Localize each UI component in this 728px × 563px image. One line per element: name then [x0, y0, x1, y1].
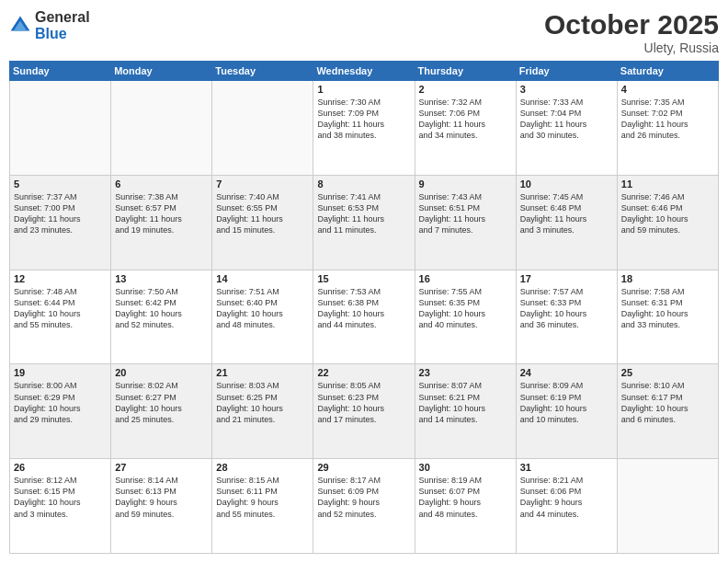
day-cell: 15Sunrise: 7:53 AM Sunset: 6:38 PM Dayli… [313, 270, 415, 364]
day-cell: 9Sunrise: 7:43 AM Sunset: 6:51 PM Daylig… [415, 175, 516, 270]
day-number: 1 [317, 84, 410, 95]
day-cell: 28Sunrise: 8:15 AM Sunset: 6:11 PM Dayli… [212, 459, 313, 554]
day-cell [10, 81, 111, 176]
calendar-header-row: Sunday Monday Tuesday Wednesday Thursday… [10, 62, 719, 81]
day-info: Sunrise: 8:00 AM Sunset: 6:29 PM Dayligh… [14, 380, 107, 425]
day-cell: 13Sunrise: 7:50 AM Sunset: 6:42 PM Dayli… [111, 270, 212, 364]
day-cell: 5Sunrise: 7:37 AM Sunset: 7:00 PM Daylig… [10, 175, 111, 270]
day-info: Sunrise: 7:41 AM Sunset: 6:53 PM Dayligh… [317, 191, 410, 236]
day-cell [212, 81, 313, 176]
day-number: 15 [317, 273, 410, 284]
logo-icon [9, 15, 31, 37]
day-info: Sunrise: 8:10 AM Sunset: 6:17 PM Dayligh… [621, 380, 714, 425]
day-number: 29 [317, 462, 410, 473]
day-cell: 6Sunrise: 7:38 AM Sunset: 6:57 PM Daylig… [111, 175, 212, 270]
day-cell: 11Sunrise: 7:46 AM Sunset: 6:46 PM Dayli… [617, 175, 718, 270]
day-info: Sunrise: 7:35 AM Sunset: 7:02 PM Dayligh… [621, 97, 714, 142]
day-cell: 27Sunrise: 8:14 AM Sunset: 6:13 PM Dayli… [111, 459, 212, 554]
day-number: 5 [14, 178, 107, 190]
day-cell: 10Sunrise: 7:45 AM Sunset: 6:48 PM Dayli… [516, 175, 617, 270]
location: Ulety, Russia [544, 40, 719, 55]
day-info: Sunrise: 7:37 AM Sunset: 7:00 PM Dayligh… [14, 191, 107, 236]
day-cell: 18Sunrise: 7:58 AM Sunset: 6:31 PM Dayli… [617, 270, 718, 364]
day-number: 17 [520, 273, 613, 284]
day-cell: 16Sunrise: 7:55 AM Sunset: 6:35 PM Dayli… [415, 270, 516, 364]
day-info: Sunrise: 8:19 AM Sunset: 6:07 PM Dayligh… [419, 475, 512, 520]
day-info: Sunrise: 7:51 AM Sunset: 6:40 PM Dayligh… [216, 286, 309, 331]
day-number: 19 [14, 367, 107, 378]
logo-general-text: General [35, 9, 90, 26]
day-info: Sunrise: 8:02 AM Sunset: 6:27 PM Dayligh… [115, 380, 208, 425]
day-cell: 19Sunrise: 8:00 AM Sunset: 6:29 PM Dayli… [10, 364, 111, 459]
logo-text: General Blue [35, 9, 90, 41]
day-number: 6 [115, 178, 208, 190]
day-info: Sunrise: 8:17 AM Sunset: 6:09 PM Dayligh… [317, 475, 410, 520]
day-info: Sunrise: 7:57 AM Sunset: 6:33 PM Dayligh… [520, 286, 613, 331]
day-info: Sunrise: 7:55 AM Sunset: 6:35 PM Dayligh… [419, 286, 512, 331]
day-number: 20 [115, 367, 208, 378]
col-monday: Monday [111, 62, 212, 81]
day-number: 9 [419, 178, 512, 190]
header: General Blue October 2025 Ulety, Russia [9, 9, 719, 55]
day-cell: 21Sunrise: 8:03 AM Sunset: 6:25 PM Dayli… [212, 364, 313, 459]
week-row-2: 5Sunrise: 7:37 AM Sunset: 7:00 PM Daylig… [10, 175, 719, 270]
day-number: 8 [317, 178, 410, 190]
col-sunday: Sunday [10, 62, 111, 81]
day-cell: 25Sunrise: 8:10 AM Sunset: 6:17 PM Dayli… [617, 364, 718, 459]
week-row-3: 12Sunrise: 7:48 AM Sunset: 6:44 PM Dayli… [10, 270, 719, 364]
day-number: 3 [520, 84, 613, 95]
page: General Blue October 2025 Ulety, Russia … [0, 0, 728, 563]
day-info: Sunrise: 8:21 AM Sunset: 6:06 PM Dayligh… [520, 475, 613, 520]
day-number: 25 [621, 367, 714, 378]
month-title: October 2025 [544, 9, 719, 40]
day-info: Sunrise: 8:07 AM Sunset: 6:21 PM Dayligh… [419, 380, 512, 425]
day-cell: 1Sunrise: 7:30 AM Sunset: 7:09 PM Daylig… [313, 81, 415, 176]
week-row-4: 19Sunrise: 8:00 AM Sunset: 6:29 PM Dayli… [10, 364, 719, 459]
day-cell: 2Sunrise: 7:32 AM Sunset: 7:06 PM Daylig… [415, 81, 516, 176]
col-friday: Friday [516, 62, 617, 81]
day-cell: 31Sunrise: 8:21 AM Sunset: 6:06 PM Dayli… [516, 459, 617, 554]
day-info: Sunrise: 7:40 AM Sunset: 6:55 PM Dayligh… [216, 191, 309, 236]
day-cell: 12Sunrise: 7:48 AM Sunset: 6:44 PM Dayli… [10, 270, 111, 364]
day-info: Sunrise: 7:32 AM Sunset: 7:06 PM Dayligh… [419, 97, 512, 142]
day-cell: 24Sunrise: 8:09 AM Sunset: 6:19 PM Dayli… [516, 364, 617, 459]
day-info: Sunrise: 7:46 AM Sunset: 6:46 PM Dayligh… [621, 191, 714, 236]
day-cell: 22Sunrise: 8:05 AM Sunset: 6:23 PM Dayli… [313, 364, 415, 459]
day-cell: 17Sunrise: 7:57 AM Sunset: 6:33 PM Dayli… [516, 270, 617, 364]
day-number: 26 [14, 462, 107, 473]
day-number: 23 [419, 367, 512, 378]
day-number: 16 [419, 273, 512, 284]
day-info: Sunrise: 8:12 AM Sunset: 6:15 PM Dayligh… [14, 475, 107, 520]
day-number: 4 [621, 84, 714, 95]
day-number: 31 [520, 462, 613, 473]
day-cell: 7Sunrise: 7:40 AM Sunset: 6:55 PM Daylig… [212, 175, 313, 270]
week-row-1: 1Sunrise: 7:30 AM Sunset: 7:09 PM Daylig… [10, 81, 719, 176]
day-info: Sunrise: 7:43 AM Sunset: 6:51 PM Dayligh… [419, 191, 512, 236]
day-info: Sunrise: 7:45 AM Sunset: 6:48 PM Dayligh… [520, 191, 613, 236]
day-number: 2 [419, 84, 512, 95]
day-info: Sunrise: 8:05 AM Sunset: 6:23 PM Dayligh… [317, 380, 410, 425]
day-cell: 3Sunrise: 7:33 AM Sunset: 7:04 PM Daylig… [516, 81, 617, 176]
day-info: Sunrise: 8:03 AM Sunset: 6:25 PM Dayligh… [216, 380, 309, 425]
day-info: Sunrise: 7:58 AM Sunset: 6:31 PM Dayligh… [621, 286, 714, 331]
day-cell: 29Sunrise: 8:17 AM Sunset: 6:09 PM Dayli… [313, 459, 415, 554]
day-number: 14 [216, 273, 309, 284]
day-info: Sunrise: 7:38 AM Sunset: 6:57 PM Dayligh… [115, 191, 208, 236]
day-number: 30 [419, 462, 512, 473]
day-info: Sunrise: 8:15 AM Sunset: 6:11 PM Dayligh… [216, 475, 309, 520]
day-cell [617, 459, 718, 554]
day-number: 11 [621, 178, 714, 190]
day-info: Sunrise: 7:33 AM Sunset: 7:04 PM Dayligh… [520, 97, 613, 142]
day-cell: 23Sunrise: 8:07 AM Sunset: 6:21 PM Dayli… [415, 364, 516, 459]
day-cell: 26Sunrise: 8:12 AM Sunset: 6:15 PM Dayli… [10, 459, 111, 554]
title-block: October 2025 Ulety, Russia [544, 9, 719, 55]
day-number: 13 [115, 273, 208, 284]
day-number: 27 [115, 462, 208, 473]
calendar-table: Sunday Monday Tuesday Wednesday Thursday… [9, 61, 719, 554]
day-info: Sunrise: 8:14 AM Sunset: 6:13 PM Dayligh… [115, 475, 208, 520]
day-cell: 8Sunrise: 7:41 AM Sunset: 6:53 PM Daylig… [313, 175, 415, 270]
col-tuesday: Tuesday [212, 62, 313, 81]
col-saturday: Saturday [617, 62, 718, 81]
day-cell: 4Sunrise: 7:35 AM Sunset: 7:02 PM Daylig… [617, 81, 718, 176]
day-number: 28 [216, 462, 309, 473]
